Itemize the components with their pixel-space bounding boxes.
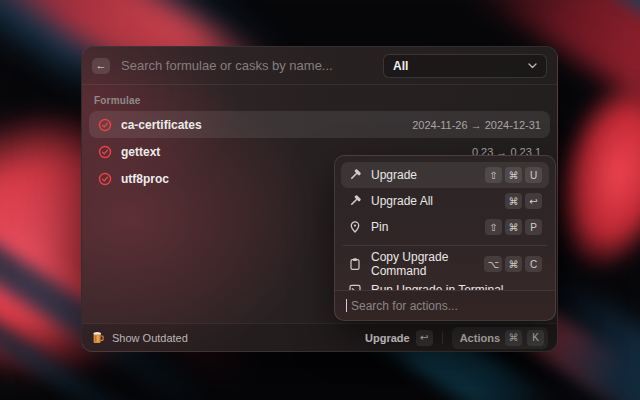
actions-search-bar: [335, 290, 555, 320]
outdated-check-circle-icon: [98, 145, 112, 159]
formula-version-change: 2024-11-26 → 2024-12-31: [412, 119, 541, 131]
menu-item-run-upgrade-in-terminal[interactable]: Run Upgrade in Terminal: [341, 277, 549, 290]
homebrew-beer-icon: [91, 331, 105, 345]
outdated-check-circle-icon: [98, 172, 112, 186]
filter-dropdown-value: All: [393, 59, 528, 73]
formula-name: gettext: [121, 145, 160, 159]
text-caret: [346, 299, 347, 312]
formula-name: ca-certificates: [121, 118, 202, 132]
c-key-icon: C: [525, 256, 542, 272]
hammer-icon: [348, 194, 362, 208]
menu-item-copy-upgrade-command[interactable]: Copy Upgrade Command ⌥ ⌘ C: [341, 251, 549, 277]
menu-item-label: Copy Upgrade Command: [371, 250, 475, 278]
shift-key-icon: ⇧: [485, 167, 502, 183]
search-input[interactable]: [119, 57, 383, 74]
command-key-icon: ⌘: [505, 256, 522, 272]
desktop: ← All Formulae ca-certificates 2024-11-2…: [0, 0, 640, 400]
command-key-icon: ⌘: [505, 219, 522, 235]
k-key-icon: K: [527, 330, 544, 346]
footer-divider: [442, 331, 443, 344]
u-key-icon: U: [525, 167, 542, 183]
actions-menu-list: Upgrade ⇧ ⌘ U Upgrade All ⌘ ↩: [335, 156, 555, 290]
command-key-icon: ⌘: [505, 193, 522, 209]
actions-menu: Upgrade ⇧ ⌘ U Upgrade All ⌘ ↩: [334, 155, 556, 321]
status-bar: Show Outdated Upgrade ↩ Actions ⌘ K: [82, 323, 557, 351]
menu-item-label: Upgrade All: [371, 194, 496, 208]
filter-dropdown[interactable]: All: [383, 54, 547, 78]
back-arrow-icon: ←: [96, 60, 107, 71]
list-item[interactable]: ca-certificates 2024-11-26 → 2024-12-31: [89, 111, 550, 138]
p-key-icon: P: [525, 219, 542, 235]
show-outdated-label: Show Outdated: [112, 332, 188, 344]
command-key-icon: ⌘: [505, 167, 522, 183]
shift-key-icon: ⇧: [485, 219, 502, 235]
menu-item-upgrade-all[interactable]: Upgrade All ⌘ ↩: [341, 188, 549, 214]
actions-search-input[interactable]: [349, 298, 544, 314]
command-key-icon: ⌘: [505, 330, 522, 346]
wallpaper-streak: [600, 0, 640, 34]
menu-item-upgrade[interactable]: Upgrade ⇧ ⌘ U: [341, 162, 549, 188]
section-header: Formulae: [94, 95, 545, 106]
menu-item-label: Pin: [371, 220, 476, 234]
hammer-icon: [348, 168, 362, 182]
return-key-icon: ↩: [525, 193, 542, 209]
actions-button[interactable]: Actions ⌘ K: [452, 327, 548, 349]
menu-divider: [343, 245, 547, 246]
menu-item-pin[interactable]: Pin ⇧ ⌘ P: [341, 214, 549, 240]
pin-icon: [348, 220, 362, 234]
back-button[interactable]: ←: [92, 58, 110, 74]
terminal-icon: [348, 283, 362, 290]
option-key-icon: ⌥: [484, 256, 502, 272]
primary-action-label[interactable]: Upgrade: [365, 332, 410, 344]
search-header: ← All: [82, 47, 557, 85]
return-key-icon: ↩: [416, 330, 433, 346]
actions-label: Actions: [460, 332, 500, 344]
formula-name: utf8proc: [121, 172, 169, 186]
clipboard-icon: [348, 257, 362, 271]
menu-item-label: Upgrade: [371, 168, 476, 182]
menu-item-label: Run Upgrade in Terminal: [371, 283, 533, 290]
outdated-check-circle-icon: [98, 118, 112, 132]
chevron-down-icon: [528, 63, 537, 69]
